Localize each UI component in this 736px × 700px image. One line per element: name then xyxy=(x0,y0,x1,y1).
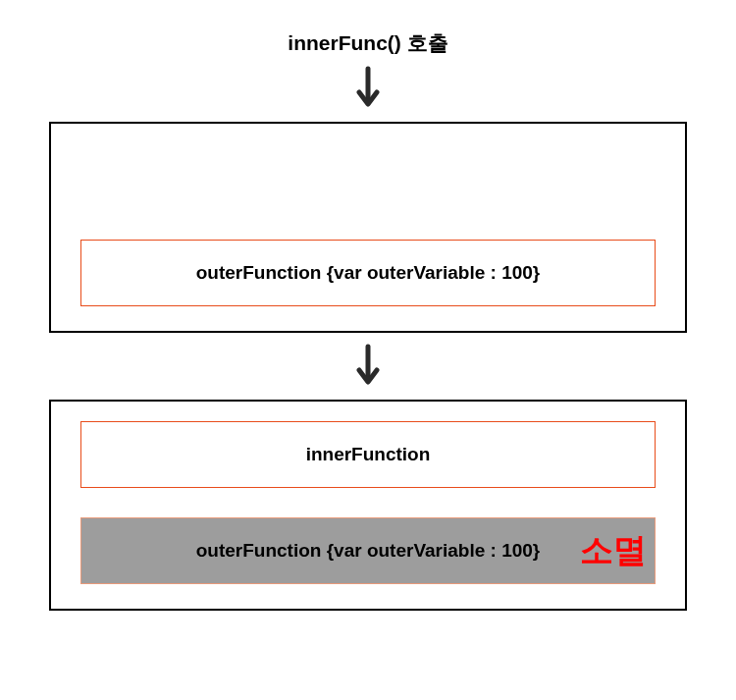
inner-function-box: innerFunction xyxy=(80,421,656,488)
arrow-down-1 xyxy=(353,65,383,112)
state-box-1: outerFunction {var outerVariable : 100} xyxy=(49,122,687,333)
outer-function-box-2: outerFunction {var outerVariable : 100} … xyxy=(80,517,656,584)
outer-function-label-1: outerFunction {var outerVariable : 100} xyxy=(196,262,541,284)
state-box-2: innerFunction outerFunction {var outerVa… xyxy=(49,400,687,611)
destroy-label: 소멸 xyxy=(580,528,647,573)
outer-function-label-2: outerFunction {var outerVariable : 100} xyxy=(196,540,541,562)
outer-function-box-1: outerFunction {var outerVariable : 100} xyxy=(80,240,656,306)
arrow-down-2 xyxy=(353,343,383,390)
inner-function-label: innerFunction xyxy=(306,444,431,465)
diagram-title: innerFunc() 호출 xyxy=(288,29,447,57)
